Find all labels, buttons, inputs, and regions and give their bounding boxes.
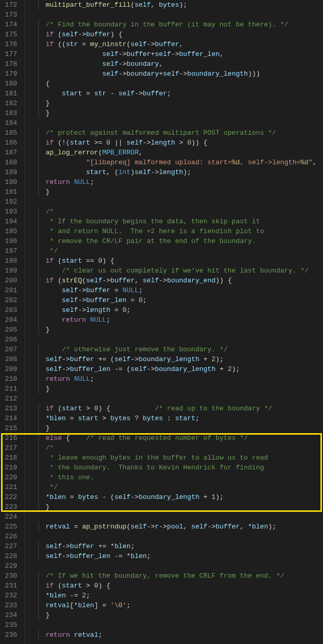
line-number: 191 <box>4 187 17 197</box>
code-line[interactable]: *blen = bytes - (self->boundary_length +… <box>31 492 323 502</box>
code-line[interactable]: self->buffer+self->buffer_len, <box>31 49 323 59</box>
code-line[interactable]: if (start > 0) { /* read up to the bound… <box>31 404 323 413</box>
code-line[interactable]: self->buffer_len -= (self->boundary_leng… <box>31 364 323 374</box>
indent-guide <box>38 20 39 30</box>
code-line[interactable]: self->length = 0; <box>31 305 323 315</box>
code-line[interactable] <box>31 394 323 404</box>
code-line[interactable]: start = str - self->buffer; <box>31 89 323 98</box>
code-line[interactable]: start, (int)self->length); <box>31 167 323 177</box>
code-line[interactable]: if (start > 0) { <box>31 581 323 591</box>
code-line[interactable]: if (!(start >= 0 || self->length > 0)) { <box>31 138 323 148</box>
code-line[interactable]: return NULL; <box>31 374 323 384</box>
code-line[interactable]: return retval; <box>31 630 323 640</box>
code-line[interactable]: "[libapreq] malformed upload: start=%d, … <box>31 158 323 167</box>
code-line[interactable]: } <box>31 423 323 433</box>
line-number: 230 <box>4 571 17 581</box>
code-line[interactable] <box>31 620 323 630</box>
indent-guide <box>38 325 39 335</box>
line-number: 206 <box>4 335 17 345</box>
code-text: * the boundary. Thanks to Kevin Hendrick… <box>46 464 264 471</box>
code-line[interactable] <box>31 561 323 571</box>
code-line[interactable]: self->buffer += *blen; <box>31 541 323 551</box>
code-line[interactable]: self->buffer_len -= *blen; <box>31 551 323 561</box>
code-line[interactable]: } <box>31 108 323 118</box>
line-number: 202 <box>4 295 17 305</box>
code-text: /* <box>46 444 54 452</box>
indent-guide <box>38 69 39 79</box>
code-line[interactable]: /* Find the boundary in the buffer (it m… <box>31 20 323 30</box>
code-line[interactable]: { <box>31 79 323 89</box>
code-line[interactable] <box>31 10 323 20</box>
code-line[interactable]: } <box>31 502 323 512</box>
code-line[interactable]: self->buffer = NULL; <box>31 285 323 295</box>
code-line[interactable]: * and return NULL. The +2 here is a fien… <box>31 226 323 236</box>
code-line[interactable]: } <box>31 187 323 197</box>
code-line[interactable]: self->buffer += (self->boundary_length +… <box>31 354 323 364</box>
code-line[interactable]: /* <box>31 207 323 217</box>
code-line[interactable]: retval[*blen] = '\0'; <box>31 600 323 610</box>
line-number: 229 <box>4 561 17 571</box>
code-line[interactable]: else { /* read the requested number of b… <box>31 433 323 443</box>
code-line[interactable]: * remove the CR/LF pair at the end of th… <box>31 236 323 246</box>
code-line[interactable]: * leave enough bytes in the buffer to al… <box>31 453 323 463</box>
code-line[interactable]: */ <box>31 482 323 492</box>
line-number: 175 <box>4 30 17 39</box>
code-line[interactable]: } <box>31 98 323 108</box>
indent-guide <box>38 59 39 69</box>
line-number: 216 <box>4 433 17 443</box>
code-text: retval = ap_pstrndup(self->r->pool, self… <box>46 523 276 531</box>
code-line[interactable] <box>31 512 323 522</box>
code-text: } <box>46 503 50 511</box>
code-line[interactable]: multipart_buffer_fill(self, bytes); <box>31 0 323 10</box>
code-line[interactable]: * the boundary. Thanks to Kevin Hendrick… <box>31 463 323 473</box>
indent-guide <box>38 354 39 364</box>
code-line[interactable]: ap_log_rerror(MPB_ERROR, <box>31 148 323 158</box>
code-line[interactable]: /* clear us out completely if we've hit … <box>31 266 323 276</box>
indent-guide <box>38 138 39 148</box>
code-line[interactable]: *blen -= 2; <box>31 591 323 600</box>
code-line[interactable]: /* protect against malformed multipart P… <box>31 128 323 138</box>
code-text: /* Find the boundary in the buffer (it m… <box>46 21 288 28</box>
line-number: 203 <box>4 305 17 315</box>
code-line[interactable]: /* otherwise just remove the boundary. *… <box>31 345 323 354</box>
indent-guide <box>38 443 39 453</box>
code-line[interactable] <box>31 532 323 541</box>
code-text: else { /* read the requested number of b… <box>46 434 248 442</box>
code-line[interactable]: self->boundary, <box>31 59 323 69</box>
code-line[interactable]: * If the boundary begins the data, then … <box>31 217 323 226</box>
line-number: 210 <box>4 374 17 384</box>
code-area[interactable]: multipart_buffer_fill(self, bytes);/* Fi… <box>25 0 323 644</box>
code-line[interactable]: } <box>31 325 323 335</box>
code-line[interactable]: return NULL; <box>31 315 323 325</box>
code-line[interactable]: * this one. <box>31 473 323 482</box>
code-text: /* clear us out completely if we've hit … <box>46 267 308 275</box>
code-editor[interactable]: 1721731741751761771781791801811821831841… <box>0 0 323 644</box>
code-text: self->length = 0; <box>46 306 131 314</box>
line-number: 174 <box>4 20 17 30</box>
code-line[interactable]: } <box>31 384 323 394</box>
code-text: } <box>46 109 50 117</box>
code-line[interactable]: /* <box>31 443 323 453</box>
code-text: return NULL; <box>46 316 110 324</box>
code-line[interactable] <box>31 118 323 128</box>
code-line[interactable]: self->boundary+self->boundary_length))) <box>31 69 323 79</box>
code-line[interactable]: } <box>31 610 323 620</box>
code-line[interactable]: if ((str = my_ninstr(self->buffer, <box>31 39 323 49</box>
code-line[interactable]: if (self->buffer) { <box>31 30 323 39</box>
code-line[interactable] <box>31 335 323 345</box>
line-number: 218 <box>4 453 17 463</box>
code-line[interactable]: retval = ap_pstrndup(self->r->pool, self… <box>31 522 323 532</box>
indent-guide <box>38 463 39 473</box>
code-text: self->buffer += (self->boundary_length +… <box>46 355 223 363</box>
code-text: *blen -= 2; <box>46 592 90 599</box>
code-text: start = str - self->buffer; <box>46 90 171 97</box>
code-line[interactable]: return NULL; <box>31 177 323 187</box>
code-text: return retval; <box>46 631 102 639</box>
code-line[interactable]: /* If we hit the boundary, remove the CR… <box>31 571 323 581</box>
code-line[interactable]: if (strEQ(self->buffer, self->boundary_e… <box>31 276 323 285</box>
code-line[interactable]: *blen = start > bytes ? bytes : start; <box>31 413 323 423</box>
code-line[interactable]: */ <box>31 246 323 256</box>
code-line[interactable] <box>31 197 323 207</box>
code-line[interactable]: if (start == 0) { <box>31 256 323 266</box>
code-line[interactable]: self->buffer_len = 0; <box>31 295 323 305</box>
